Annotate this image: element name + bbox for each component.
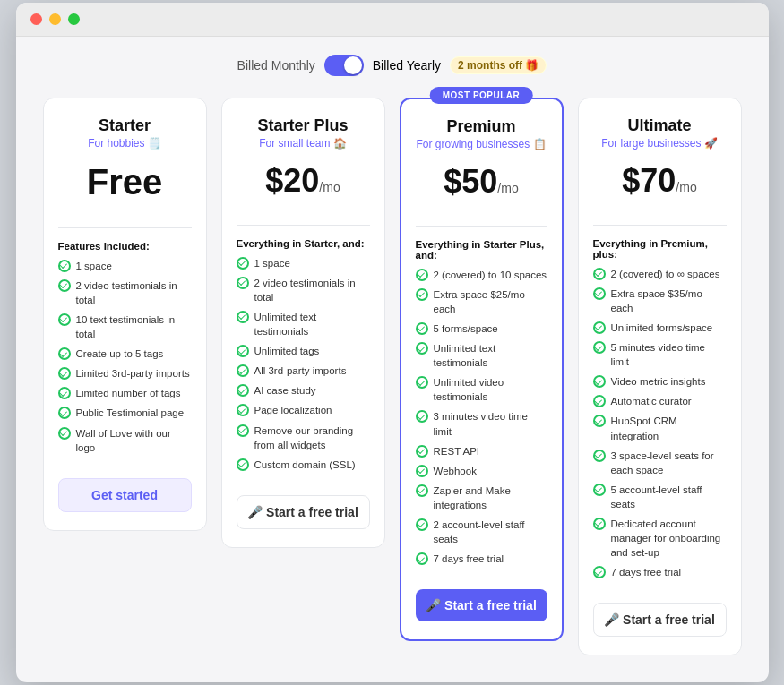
check-icon [416,465,428,477]
feature-text: Create up to 5 tags [76,347,164,361]
feature-text: 1 space [76,259,112,273]
check-icon [593,395,606,407]
app-window: Billed Monthly Billed Yearly 2 months of… [16,3,769,683]
check-icon [58,387,71,399]
plan-name-ultimate: Ultimate [593,116,727,135]
main-content: Billed Monthly Billed Yearly 2 months of… [16,37,769,683]
check-icon [58,427,71,440]
feature-item: 2 account-level staff seats [416,518,547,546]
features-title-ultimate: Everything in Premium, plus: [593,238,727,260]
divider [593,225,727,226]
check-icon [416,445,428,458]
plan-card-premium: MOST POPULARPremiumFor growing businesse… [400,98,564,642]
check-icon [58,279,71,292]
plan-card-starter-plus: Starter PlusFor small team 🏠$20/moEveryt… [221,98,385,548]
toggle-thumb [344,56,362,74]
check-icon [593,484,606,496]
feature-item: All 3rd-party imports [237,364,370,378]
check-icon [237,384,249,397]
feature-item: Dedicated account manager for onboarding… [593,517,727,560]
feature-text: 2 (covered) to 10 spaces [434,268,547,282]
divider [416,226,547,227]
feature-item: 1 space [58,259,192,273]
feature-text: Zapier and Make integrations [434,484,547,512]
feature-text: 7 days free trial [611,565,682,579]
feature-item: Video metric insights [593,374,727,389]
check-icon [58,347,71,360]
feature-item: 10 text testimonials in total [58,313,192,341]
feature-text: 3 minutes video time limit [434,409,547,438]
check-icon [593,415,606,427]
cta-button-starter[interactable]: Get started [58,478,192,512]
feature-item: Webhook [416,464,547,478]
feature-text: 7 days free trial [434,552,504,566]
feature-list-ultimate: 2 (covered) to ∞ spacesExtra space $35/m… [593,267,727,586]
feature-item: Limited number of tags [58,386,192,400]
plan-tagline-starter: For hobbies 🗒️ [58,137,192,150]
check-icon [416,552,428,565]
plan-price-ultimate: $70/mo [593,162,727,200]
check-icon [593,450,606,462]
plan-tagline-starter-plus: For small team 🏠 [237,137,370,150]
divider [58,227,192,228]
check-icon [593,268,606,280]
feature-item: Extra space $25/mo each [416,287,547,316]
check-icon [593,287,606,300]
feature-text: 1 space [254,256,290,270]
feature-text: 2 video testimonials in total [76,278,192,307]
check-icon [416,288,428,301]
maximize-button[interactable] [68,13,80,25]
billing-toggle-switch[interactable] [324,55,364,76]
feature-item: Extra space $35/mo each [593,287,727,315]
cta-button-starter-plus[interactable]: 🎤 Start a free trial [237,495,370,529]
feature-item: Unlimited tags [237,344,370,358]
feature-text: Unlimited video testimonials [434,375,547,404]
feature-text: Wall of Love with our logo [76,426,192,455]
check-icon [593,341,606,354]
feature-text: Public Testimonial page [76,406,185,420]
close-button[interactable] [30,13,42,25]
feature-item: Remove our branding from all widgets [237,424,370,452]
feature-text: 2 (covered) to ∞ spaces [611,267,720,281]
check-icon [593,566,606,578]
cta-button-premium[interactable]: 🎤 Start a free trial [416,589,547,621]
feature-text: HubSpot CRM integration [611,414,727,442]
check-icon [58,260,71,272]
plan-tagline-ultimate: For large businesses 🚀 [593,137,727,150]
check-icon [416,410,428,423]
feature-item: Public Testimonial page [58,406,192,420]
feature-item: 7 days free trial [593,565,727,579]
check-icon [237,424,249,437]
check-icon [593,518,606,530]
feature-item: 2 (covered) to 10 spaces [416,268,547,282]
feature-text: 5 forms/space [434,321,498,336]
plan-tagline-premium: For growing businesses 📋 [416,138,547,150]
plan-card-starter: StarterFor hobbies 🗒️FreeFeatures Includ… [43,98,207,531]
feature-text: Video metric insights [611,374,706,389]
feature-item: Create up to 5 tags [58,347,192,361]
cta-button-ultimate[interactable]: 🎤 Start a free trial [593,603,727,637]
feature-item: 3 minutes video time limit [416,409,547,438]
feature-item: Unlimited text testimonials [237,310,370,338]
feature-text: Limited number of tags [76,386,181,400]
check-icon [58,313,71,326]
feature-item: AI case study [237,383,370,398]
check-icon [237,345,249,357]
billing-toggle: Billed Monthly Billed Yearly 2 months of… [43,55,742,76]
check-icon [237,311,249,323]
feature-text: Webhook [434,464,477,478]
feature-text: Custom domain (SSL) [254,458,356,472]
plan-price-premium: $50/mo [416,163,547,201]
features-title-premium: Everything in Starter Plus, and: [416,239,547,261]
feature-item: 5 minutes video time limit [593,340,727,369]
feature-item: Custom domain (SSL) [237,458,370,472]
feature-item: Wall of Love with our logo [58,426,192,455]
check-icon [416,322,428,335]
divider [237,225,370,226]
feature-list-starter: 1 space2 video testimonials in total10 t… [58,259,192,460]
feature-text: Extra space $25/mo each [434,287,547,316]
minimize-button[interactable] [49,13,61,25]
check-icon [237,277,249,289]
check-icon [416,376,428,389]
plans-grid: StarterFor hobbies 🗒️FreeFeatures Includ… [43,98,742,656]
